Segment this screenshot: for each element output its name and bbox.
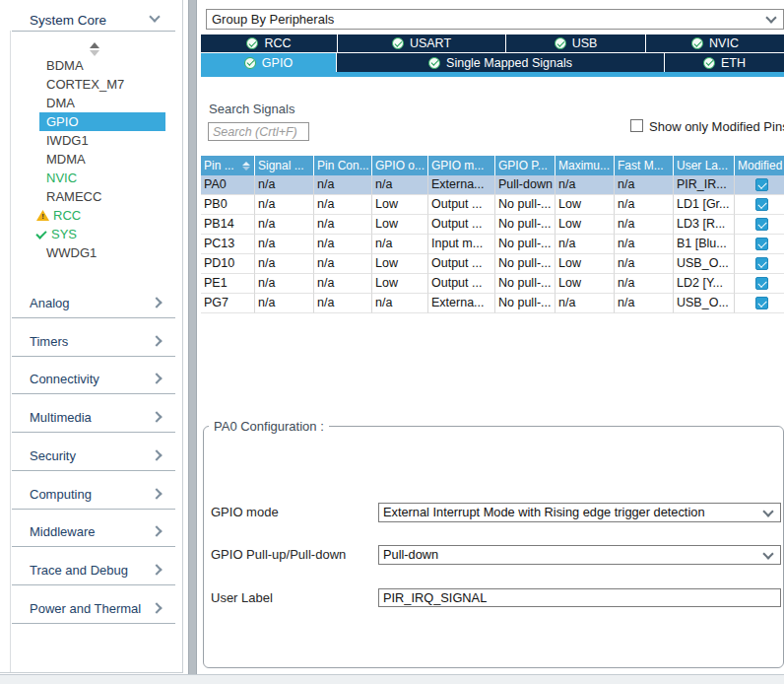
modified-checkbox[interactable] — [755, 238, 768, 250]
field-value: External Interrupt Mode with Rising edge… — [383, 505, 705, 519]
chevron-right-icon — [151, 564, 162, 575]
sidebar-item-label: NVIC — [46, 171, 77, 185]
sidebar-section-middleware[interactable]: Middleware — [30, 524, 95, 539]
column-header-pincon[interactable]: Pin Con... — [314, 156, 372, 175]
check-circle-icon — [246, 37, 258, 49]
column-header-gpioo[interactable]: GPIO o... — [372, 156, 428, 175]
modified-checkbox[interactable] — [755, 257, 768, 270]
group-by-select[interactable]: Group By Peripherals — [206, 9, 784, 30]
search-input[interactable] — [208, 122, 309, 141]
show-only-modified-label: Show only Modified Pins — [649, 119, 784, 134]
cell-modified — [735, 274, 784, 294]
gpio-mode-select[interactable]: External Interrupt Mode with Rising edge… — [378, 503, 781, 522]
tab-label: USART — [410, 36, 451, 50]
column-header-gpiom[interactable]: GPIO m... — [428, 156, 495, 175]
column-header-label: Modified — [738, 156, 782, 175]
cell: Externa... — [428, 175, 495, 195]
sidebar-item-cortex_m7[interactable]: CORTEX_M7 — [0, 75, 187, 94]
cell: USB_O... — [674, 254, 735, 274]
sidebar-section-header-system-core[interactable]: System Core — [30, 11, 106, 29]
modified-checkbox[interactable] — [755, 178, 768, 191]
sidebar-item-label: MDMA — [46, 152, 86, 167]
pane-splitter[interactable] — [188, 0, 197, 674]
column-header-userla[interactable]: User La... — [674, 156, 735, 175]
cell: No pull-... — [495, 254, 555, 274]
tab-nvic[interactable]: NVIC — [646, 34, 784, 52]
column-header-gpiop[interactable]: GPIO P... — [495, 156, 555, 175]
sort-icon — [242, 162, 250, 171]
table-row-pb14[interactable]: PB14n/an/aLowOutput ...No pull-...Lown/a… — [201, 215, 784, 235]
sidebar-item-rcc[interactable]: RCC — [0, 206, 187, 225]
system-core-list: BDMACORTEX_M7DMAGPIOIWDG1MDMANVICRAMECCR… — [0, 56, 187, 262]
group-by-value: Group By Peripherals — [212, 12, 334, 27]
gpio-pull-up-pull-down-select[interactable]: Pull-down — [378, 545, 781, 565]
sidebar-item-label: IWDG1 — [46, 133, 89, 148]
cell: LD3 [R... — [674, 215, 735, 235]
modified-checkbox[interactable] — [755, 218, 768, 231]
sidebar-section-security[interactable]: Security — [30, 448, 76, 463]
chevron-down-icon — [762, 548, 773, 559]
tab-usart[interactable]: USART — [338, 34, 506, 52]
divider — [12, 317, 175, 318]
table-row-pd10[interactable]: PD10n/an/aLowOutput ...No pull-...Lown/a… — [201, 254, 784, 274]
tab-usb[interactable]: USB — [506, 34, 646, 52]
column-header-modified[interactable]: Modified — [735, 156, 784, 175]
sidebar-section-connectivity[interactable]: Connectivity — [30, 372, 99, 386]
modified-checkbox[interactable] — [755, 198, 768, 211]
cell: PA0 — [201, 175, 255, 195]
modified-checkbox[interactable] — [755, 277, 768, 290]
table-row-pb0[interactable]: PB0n/an/aLowOutput ...No pull-...Lown/aL… — [201, 195, 784, 215]
cell: n/a — [555, 294, 615, 313]
column-header-fastm[interactable]: Fast M... — [615, 156, 674, 175]
divider — [12, 470, 175, 471]
sidebar-item-dma[interactable]: DMA — [0, 94, 187, 112]
sidebar-item-ramecc[interactable]: RAMECC — [0, 187, 187, 206]
cell: n/a — [314, 195, 372, 215]
sidebar-section-timers[interactable]: Timers — [30, 334, 68, 349]
tab-gpio[interactable]: GPIO — [201, 53, 337, 72]
cell: Output ... — [428, 274, 495, 294]
table-row-pe1[interactable]: PE1n/an/aLowOutput ...No pull-...Lown/aL… — [201, 274, 784, 294]
cell-modified — [735, 254, 784, 274]
sidebar-section-multimedia[interactable]: Multimedia — [30, 410, 92, 425]
sidebar-item-iwdg1[interactable]: IWDG1 — [0, 131, 187, 150]
column-header-pin[interactable]: Pin ... — [201, 156, 255, 175]
list-scroll-icon[interactable] — [90, 42, 99, 56]
cell: PD10 — [201, 254, 255, 274]
tab-rcc[interactable]: RCC — [201, 34, 338, 52]
gpio-pull-up-pull-down-label: GPIO Pull-up/Pull-down — [211, 547, 346, 562]
sidebar-item-wwdg1[interactable]: WWDG1 — [0, 243, 187, 262]
sidebar-item-sys[interactable]: SYS — [0, 225, 187, 243]
cell: n/a — [372, 294, 428, 313]
sidebar-item-gpio[interactable]: GPIO — [39, 112, 165, 131]
table-row-pc13[interactable]: PC13n/an/an/aInput m...No pull-...n/an/a… — [201, 235, 784, 254]
cell: n/a — [255, 294, 314, 313]
sidebar-section-computing[interactable]: Computing — [30, 487, 92, 502]
cell: n/a — [372, 175, 428, 195]
sidebar-item-bdma[interactable]: BDMA — [0, 56, 187, 75]
divider — [12, 432, 175, 433]
tab-single-mapped-signals[interactable]: Single Mapped Signals — [337, 53, 665, 72]
sidebar-item-nvic[interactable]: NVIC — [0, 169, 187, 187]
cell: LD2 [Y... — [674, 274, 735, 294]
cell: LD1 [Gr... — [674, 195, 735, 215]
modified-checkbox[interactable] — [755, 297, 768, 309]
tab-eth[interactable]: ETH — [665, 53, 784, 72]
cell: n/a — [615, 274, 674, 294]
show-only-modified-checkbox[interactable] — [630, 119, 643, 132]
cell: n/a — [255, 254, 314, 274]
peripheral-tabs-row2: GPIOSingle Mapped SignalsETH — [201, 53, 784, 72]
sidebar-item-mdma[interactable]: MDMA — [0, 150, 187, 169]
cell: n/a — [314, 254, 372, 274]
cell: Low — [372, 274, 428, 294]
sidebar-section-analog[interactable]: Analog — [30, 296, 69, 310]
user-label-input[interactable]: PIR_IRQ_SIGNAL — [378, 588, 781, 607]
cell: n/a — [255, 195, 314, 215]
sidebar-section-power-and-thermal[interactable]: Power and Thermal — [30, 601, 141, 616]
table-row-pa0[interactable]: PA0n/an/an/aExterna...Pull-downn/an/aPIR… — [201, 175, 784, 195]
column-header-signal[interactable]: Signal ... — [255, 156, 314, 175]
table-row-pg7[interactable]: PG7n/an/an/aExterna...No pull-...n/an/aU… — [201, 294, 784, 313]
column-header-maximu[interactable]: Maximu... — [555, 156, 615, 175]
column-header-label: Pin ... — [204, 156, 234, 175]
sidebar-section-trace-and-debug[interactable]: Trace and Debug — [30, 563, 128, 578]
